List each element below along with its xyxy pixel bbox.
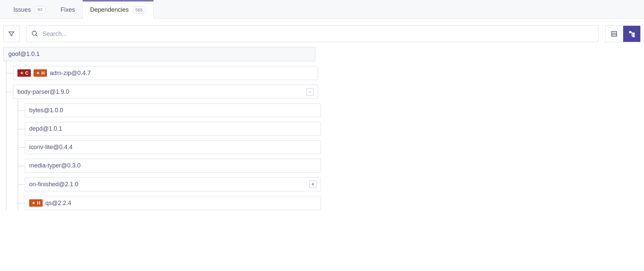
severity-badge-high: H xyxy=(29,199,43,207)
tree-row[interactable]: media-typer@0.3.0 xyxy=(25,159,321,173)
package-name: adm-zip@0.4.7 xyxy=(50,70,91,77)
package-name: qs@2.2.4 xyxy=(45,200,71,207)
filter-icon xyxy=(8,30,15,37)
package-name: depd@1.0.1 xyxy=(29,125,62,132)
tree-level-2: bytes@1.0.0 depd@1.0.1 iconv-lite@0.4.4 … xyxy=(18,99,321,210)
svg-point-8 xyxy=(21,72,23,74)
bug-icon xyxy=(20,71,24,75)
tree-row[interactable]: on-finished@2.1.0 + xyxy=(25,177,321,191)
svg-point-13 xyxy=(37,72,39,74)
tree-row[interactable]: C H adm-zip@0.4.7 xyxy=(13,66,318,80)
search-icon xyxy=(31,30,39,38)
tree-row[interactable]: H qs@2.2.4 xyxy=(25,196,321,210)
tab-bar: Issues 93 Fixes Dependencies 565 xyxy=(0,0,644,19)
dependency-tree: goof@1.0.1 C H adm-zip@0.4.7 body-parser… xyxy=(0,47,644,210)
package-name: goof@1.0.1 xyxy=(8,51,40,57)
tab-fixes-label: Fixes xyxy=(61,6,75,13)
tree-row[interactable]: bytes@1.0.0 xyxy=(25,104,321,117)
package-name: media-typer@0.3.0 xyxy=(29,162,80,169)
svg-point-0 xyxy=(32,31,37,36)
bug-icon xyxy=(36,71,40,75)
bug-icon xyxy=(32,201,36,205)
tree-root-row[interactable]: goof@1.0.1 xyxy=(3,47,315,61)
package-name: on-finished@2.1.0 xyxy=(29,181,78,188)
tab-dependencies-label: Dependencies xyxy=(90,6,129,13)
svg-line-1 xyxy=(36,35,38,37)
severity-badge-high: H xyxy=(34,69,47,77)
tree-level-1: C H adm-zip@0.4.7 body-parser@1.9.0 - by… xyxy=(6,61,318,210)
tab-issues-label: Issues xyxy=(13,6,31,13)
package-name: bytes@1.0.0 xyxy=(29,107,63,114)
collapse-button[interactable]: - xyxy=(306,88,314,95)
tab-issues-count: 93 xyxy=(34,6,46,13)
svg-rect-7 xyxy=(633,36,634,37)
tree-icon xyxy=(628,30,636,38)
tab-dependencies[interactable]: Dependencies 565 xyxy=(83,0,154,19)
tab-issues[interactable]: Issues 93 xyxy=(6,0,53,18)
severity-letter: H xyxy=(41,70,45,76)
package-name: body-parser@1.9.0 xyxy=(17,88,69,95)
search-input[interactable] xyxy=(43,30,593,38)
severity-letter: C xyxy=(25,70,29,76)
svg-rect-6 xyxy=(633,33,634,35)
svg-rect-2 xyxy=(612,31,617,37)
svg-point-18 xyxy=(33,202,35,204)
tree-row[interactable]: iconv-lite@0.4.4 xyxy=(25,140,321,154)
filter-button[interactable] xyxy=(3,25,19,42)
toolbar xyxy=(0,19,644,47)
tree-row[interactable]: body-parser@1.9.0 - xyxy=(13,85,318,99)
view-tree-button[interactable] xyxy=(623,26,640,42)
list-icon xyxy=(610,30,618,38)
svg-rect-5 xyxy=(629,31,631,33)
severity-letter: H xyxy=(37,200,40,206)
tab-dependencies-count: 565 xyxy=(132,6,146,14)
expand-button[interactable]: + xyxy=(309,181,317,188)
severity-badge-critical: C xyxy=(17,69,31,77)
package-name: iconv-lite@0.4.4 xyxy=(29,144,72,151)
view-list-button[interactable] xyxy=(605,26,623,42)
search-box[interactable] xyxy=(26,25,598,42)
tab-fixes[interactable]: Fixes xyxy=(53,0,83,18)
tree-row[interactable]: depd@1.0.1 xyxy=(25,122,321,136)
view-toggle xyxy=(605,25,641,42)
